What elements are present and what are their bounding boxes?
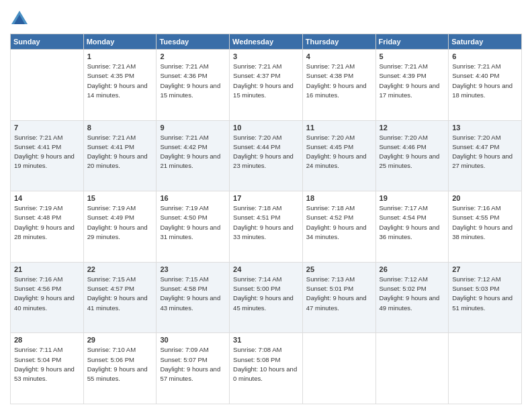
day-number: 2 xyxy=(160,52,226,60)
day-number: 6 xyxy=(452,52,518,60)
weekday-header-saturday: Saturday xyxy=(449,34,522,50)
day-info: Sunrise: 7:19 AMSunset: 4:49 PMDaylight:… xyxy=(87,203,153,242)
day-info: Sunrise: 7:15 AMSunset: 4:58 PMDaylight:… xyxy=(160,275,226,313)
calendar-cell: 19Sunrise: 7:17 AMSunset: 4:54 PMDayligh… xyxy=(375,191,449,263)
calendar-cell: 7Sunrise: 7:21 AMSunset: 4:41 PMDaylight… xyxy=(11,120,84,191)
calendar-cell xyxy=(11,50,84,121)
calendar-cell: 20Sunrise: 7:16 AMSunset: 4:55 PMDayligh… xyxy=(449,191,522,263)
weekday-header-wednesday: Wednesday xyxy=(230,34,303,50)
day-number: 19 xyxy=(380,194,445,202)
calendar-cell: 16Sunrise: 7:19 AMSunset: 4:50 PMDayligh… xyxy=(157,191,230,263)
day-number: 23 xyxy=(160,265,226,273)
day-number: 10 xyxy=(233,124,299,132)
calendar-cell: 15Sunrise: 7:19 AMSunset: 4:49 PMDayligh… xyxy=(83,191,157,263)
day-number: 7 xyxy=(14,124,80,132)
day-info: Sunrise: 7:16 AMSunset: 4:56 PMDaylight:… xyxy=(14,275,80,313)
week-row-1: 7Sunrise: 7:21 AMSunset: 4:41 PMDaylight… xyxy=(11,120,522,191)
day-info: Sunrise: 7:11 AMSunset: 5:04 PMDaylight:… xyxy=(14,345,80,383)
day-info: Sunrise: 7:12 AMSunset: 5:02 PMDaylight:… xyxy=(380,275,445,313)
day-info: Sunrise: 7:18 AMSunset: 4:52 PMDaylight:… xyxy=(306,203,372,242)
day-number: 30 xyxy=(160,336,226,344)
day-info: Sunrise: 7:21 AMSunset: 4:42 PMDaylight:… xyxy=(160,133,226,171)
calendar-cell xyxy=(302,333,375,404)
calendar-cell: 25Sunrise: 7:13 AMSunset: 5:01 PMDayligh… xyxy=(302,262,375,333)
day-number: 21 xyxy=(14,265,80,273)
calendar-cell: 4Sunrise: 7:21 AMSunset: 4:38 PMDaylight… xyxy=(302,50,375,121)
calendar-table: SundayMondayTuesdayWednesdayThursdayFrid… xyxy=(10,34,522,404)
weekday-header-row: SundayMondayTuesdayWednesdayThursdayFrid… xyxy=(11,34,522,50)
day-number: 27 xyxy=(452,265,518,273)
day-info: Sunrise: 7:09 AMSunset: 5:07 PMDaylight:… xyxy=(160,345,226,383)
day-number: 11 xyxy=(306,124,372,132)
calendar-cell xyxy=(449,333,522,404)
day-number: 17 xyxy=(233,194,299,202)
day-info: Sunrise: 7:21 AMSunset: 4:41 PMDaylight:… xyxy=(14,133,80,171)
day-number: 28 xyxy=(14,336,80,344)
day-info: Sunrise: 7:21 AMSunset: 4:35 PMDaylight:… xyxy=(87,62,153,100)
weekday-header-thursday: Thursday xyxy=(302,34,375,50)
calendar-cell: 12Sunrise: 7:20 AMSunset: 4:46 PMDayligh… xyxy=(375,120,449,191)
day-number: 25 xyxy=(306,265,372,273)
calendar-cell: 23Sunrise: 7:15 AMSunset: 4:58 PMDayligh… xyxy=(157,262,230,333)
calendar-cell: 31Sunrise: 7:08 AMSunset: 5:08 PMDayligh… xyxy=(230,333,303,404)
weekday-header-monday: Monday xyxy=(83,34,157,50)
day-info: Sunrise: 7:21 AMSunset: 4:39 PMDaylight:… xyxy=(380,62,445,100)
day-number: 13 xyxy=(452,124,518,132)
calendar-cell: 26Sunrise: 7:12 AMSunset: 5:02 PMDayligh… xyxy=(375,262,449,333)
day-number: 4 xyxy=(306,52,372,60)
day-info: Sunrise: 7:14 AMSunset: 5:00 PMDaylight:… xyxy=(233,275,299,313)
calendar-cell: 6Sunrise: 7:21 AMSunset: 4:40 PMDaylight… xyxy=(449,50,522,121)
calendar-cell: 28Sunrise: 7:11 AMSunset: 5:04 PMDayligh… xyxy=(11,333,84,404)
calendar-cell: 3Sunrise: 7:21 AMSunset: 4:37 PMDaylight… xyxy=(230,50,303,121)
calendar-cell xyxy=(375,333,449,404)
day-info: Sunrise: 7:08 AMSunset: 5:08 PMDaylight:… xyxy=(233,345,299,383)
calendar-cell: 29Sunrise: 7:10 AMSunset: 5:06 PMDayligh… xyxy=(83,333,157,404)
day-info: Sunrise: 7:15 AMSunset: 4:57 PMDaylight:… xyxy=(87,275,153,313)
day-info: Sunrise: 7:19 AMSunset: 4:48 PMDaylight:… xyxy=(14,203,80,242)
day-info: Sunrise: 7:19 AMSunset: 4:50 PMDaylight:… xyxy=(160,203,226,242)
day-number: 18 xyxy=(306,194,372,202)
calendar-cell: 18Sunrise: 7:18 AMSunset: 4:52 PMDayligh… xyxy=(302,191,375,263)
calendar-cell: 21Sunrise: 7:16 AMSunset: 4:56 PMDayligh… xyxy=(11,262,84,333)
day-number: 1 xyxy=(87,52,153,60)
day-number: 26 xyxy=(380,265,445,273)
day-number: 24 xyxy=(233,265,299,273)
week-row-2: 14Sunrise: 7:19 AMSunset: 4:48 PMDayligh… xyxy=(11,191,522,263)
day-info: Sunrise: 7:17 AMSunset: 4:54 PMDaylight:… xyxy=(380,203,445,242)
day-info: Sunrise: 7:21 AMSunset: 4:37 PMDaylight:… xyxy=(233,62,299,100)
day-info: Sunrise: 7:18 AMSunset: 4:51 PMDaylight:… xyxy=(233,203,299,242)
day-number: 20 xyxy=(452,194,518,202)
day-info: Sunrise: 7:21 AMSunset: 4:41 PMDaylight:… xyxy=(87,133,153,171)
day-number: 5 xyxy=(380,52,445,60)
calendar-cell: 17Sunrise: 7:18 AMSunset: 4:51 PMDayligh… xyxy=(230,191,303,263)
day-info: Sunrise: 7:13 AMSunset: 5:01 PMDaylight:… xyxy=(306,275,372,313)
day-number: 8 xyxy=(87,124,153,132)
week-row-3: 21Sunrise: 7:16 AMSunset: 4:56 PMDayligh… xyxy=(11,262,522,333)
day-info: Sunrise: 7:21 AMSunset: 4:38 PMDaylight:… xyxy=(306,62,372,100)
day-number: 14 xyxy=(14,194,80,202)
calendar-cell: 9Sunrise: 7:21 AMSunset: 4:42 PMDaylight… xyxy=(157,120,230,191)
weekday-header-tuesday: Tuesday xyxy=(157,34,230,50)
calendar-cell: 10Sunrise: 7:20 AMSunset: 4:44 PMDayligh… xyxy=(230,120,303,191)
day-info: Sunrise: 7:10 AMSunset: 5:06 PMDaylight:… xyxy=(87,345,153,383)
weekday-header-sunday: Sunday xyxy=(11,34,84,50)
logo xyxy=(10,9,32,28)
calendar-cell: 11Sunrise: 7:20 AMSunset: 4:45 PMDayligh… xyxy=(302,120,375,191)
day-info: Sunrise: 7:20 AMSunset: 4:47 PMDaylight:… xyxy=(452,133,518,171)
calendar-cell: 5Sunrise: 7:21 AMSunset: 4:39 PMDaylight… xyxy=(375,50,449,121)
day-number: 16 xyxy=(160,194,226,202)
day-info: Sunrise: 7:21 AMSunset: 4:40 PMDaylight:… xyxy=(452,62,518,100)
calendar-cell: 2Sunrise: 7:21 AMSunset: 4:36 PMDaylight… xyxy=(157,50,230,121)
calendar-cell: 13Sunrise: 7:20 AMSunset: 4:47 PMDayligh… xyxy=(449,120,522,191)
calendar-cell: 14Sunrise: 7:19 AMSunset: 4:48 PMDayligh… xyxy=(11,191,84,263)
week-row-0: 1Sunrise: 7:21 AMSunset: 4:35 PMDaylight… xyxy=(11,50,522,121)
day-info: Sunrise: 7:12 AMSunset: 5:03 PMDaylight:… xyxy=(452,275,518,313)
logo-icon xyxy=(10,9,29,28)
day-number: 3 xyxy=(233,52,299,60)
day-info: Sunrise: 7:16 AMSunset: 4:55 PMDaylight:… xyxy=(452,203,518,242)
calendar-cell: 30Sunrise: 7:09 AMSunset: 5:07 PMDayligh… xyxy=(157,333,230,404)
calendar-cell: 24Sunrise: 7:14 AMSunset: 5:00 PMDayligh… xyxy=(230,262,303,333)
day-number: 12 xyxy=(380,124,445,132)
day-number: 29 xyxy=(87,336,153,344)
calendar-cell: 1Sunrise: 7:21 AMSunset: 4:35 PMDaylight… xyxy=(83,50,157,121)
